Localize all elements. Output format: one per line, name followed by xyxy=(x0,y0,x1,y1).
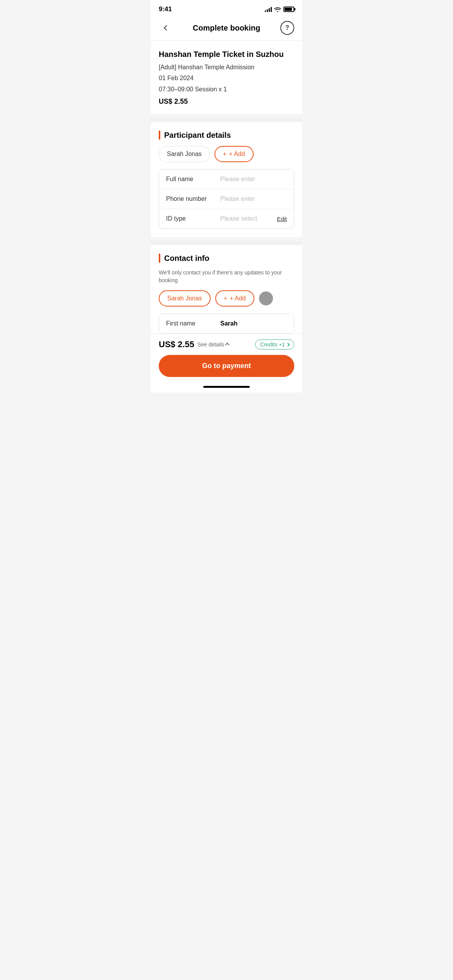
firstname-value[interactable]: Sarah xyxy=(220,320,237,327)
signal-icon xyxy=(265,7,272,12)
section-divider-1 xyxy=(151,118,302,122)
contact-info-section: Contact info We'll only contact you if t… xyxy=(151,245,302,334)
booking-session: 07:30–09:00 Session x 1 xyxy=(159,85,294,94)
form-row-idtype: ID type Please select Edit xyxy=(159,209,294,228)
phone-label: Phone number xyxy=(166,195,220,202)
participant-section-title: Participant details xyxy=(164,131,231,140)
plus-icon: + xyxy=(223,151,226,158)
help-button[interactable]: ? xyxy=(280,21,294,35)
price-row: US$ 2.55 See details Credits +1 xyxy=(159,339,294,350)
contact-chip-sarah[interactable]: Sarah Jonas xyxy=(159,290,211,307)
contact-section-header: Contact info xyxy=(159,254,294,263)
idtype-select[interactable]: Please select xyxy=(220,215,277,222)
see-details-label: See details xyxy=(197,341,224,348)
back-chevron-icon xyxy=(164,25,169,31)
contact-chips-row: Sarah Jonas + + Add xyxy=(159,290,294,307)
status-bar: 9:41 xyxy=(151,0,302,16)
booking-price: US$ 2.55 xyxy=(159,98,294,106)
page-title: Complete booking xyxy=(193,24,260,33)
home-bar xyxy=(203,386,250,388)
participant-details-section: Participant details Sarah Jonas + + Add … xyxy=(151,122,302,237)
participant-form-card: Full name Please enter Phone number Plea… xyxy=(159,169,294,229)
add-contact-button[interactable]: + + Add xyxy=(215,290,254,307)
fullname-input[interactable]: Please enter xyxy=(220,176,287,183)
see-details-button[interactable]: See details xyxy=(197,341,229,348)
battery-icon xyxy=(283,7,294,12)
status-time: 9:41 xyxy=(159,5,172,13)
credits-label: Credits +1 xyxy=(260,341,285,348)
booking-info-section: Hanshan Temple Ticket in Suzhou [Adult] … xyxy=(151,41,302,114)
price-left: US$ 2.55 See details xyxy=(159,339,229,350)
toggle-button[interactable] xyxy=(259,291,273,305)
go-to-payment-button[interactable]: Go to payment xyxy=(159,355,294,377)
firstname-label: First name xyxy=(166,320,220,327)
form-row-phone: Phone number Please enter xyxy=(159,189,294,209)
chevron-up-icon xyxy=(225,343,229,347)
section-accent-icon xyxy=(159,130,160,140)
booking-ticket-type: [Adult] Hanshan Temple Admission xyxy=(159,63,294,72)
contact-subtitle: We'll only contact you if there's any up… xyxy=(159,269,294,284)
total-price: US$ 2.55 xyxy=(159,339,194,350)
idtype-label: ID type xyxy=(166,215,220,222)
status-icons xyxy=(265,7,294,12)
help-icon: ? xyxy=(285,24,289,31)
participant-chip-sarah[interactable]: Sarah Jonas xyxy=(159,146,210,162)
header: Complete booking ? xyxy=(151,16,302,41)
participant-chips: Sarah Jonas + + Add xyxy=(159,146,294,162)
credits-chevron-icon xyxy=(286,343,290,346)
contact-accent-icon xyxy=(159,254,160,263)
wifi-icon xyxy=(274,7,281,12)
phone-input[interactable]: Please enter xyxy=(220,195,287,202)
contact-form-row-firstname: First name Sarah xyxy=(159,314,294,333)
home-indicator xyxy=(151,381,302,392)
participant-section-header: Participant details xyxy=(159,130,294,140)
section-divider-2 xyxy=(151,241,302,245)
contact-section-title: Contact info xyxy=(164,254,209,263)
contact-form-card: First name Sarah xyxy=(159,314,294,334)
fullname-label: Full name xyxy=(166,176,220,183)
credits-button[interactable]: Credits +1 xyxy=(255,339,294,350)
add-participant-button[interactable]: + + Add xyxy=(214,146,254,162)
back-button[interactable] xyxy=(159,21,173,35)
plus-icon-contact: + xyxy=(224,295,227,302)
bottom-bar: US$ 2.55 See details Credits +1 Go to pa… xyxy=(151,334,302,381)
form-row-fullname: Full name Please enter xyxy=(159,170,294,189)
booking-title: Hanshan Temple Ticket in Suzhou xyxy=(159,49,294,59)
edit-button[interactable]: Edit xyxy=(277,216,287,222)
booking-date: 01 Feb 2024 xyxy=(159,74,294,82)
